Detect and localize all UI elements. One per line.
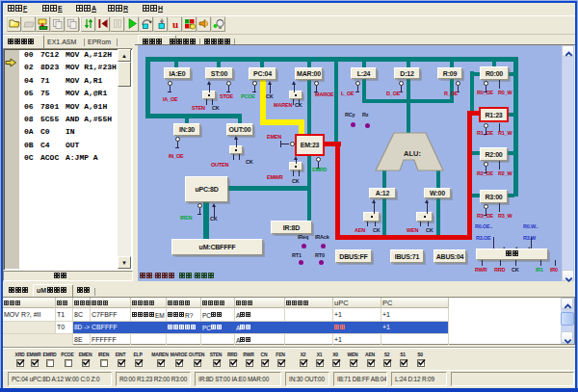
svg-text:u: u bbox=[172, 18, 178, 30]
